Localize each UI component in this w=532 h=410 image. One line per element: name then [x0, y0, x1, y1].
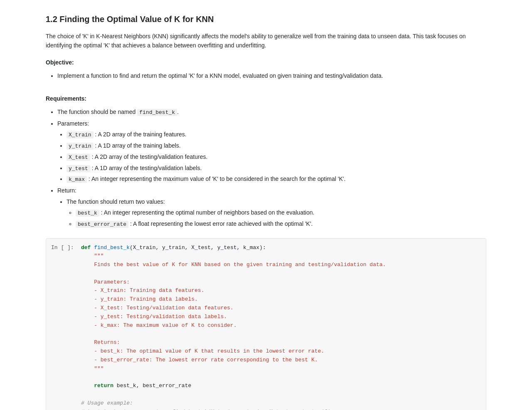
- return-best-error-rate: best_error_rate : A float representing t…: [76, 219, 486, 229]
- code-cell[interactable]: In [ ]: def find_best_k(X_train, y_train…: [46, 238, 486, 410]
- req-parameters: Parameters: X_train : A 2D array of the …: [57, 119, 486, 184]
- objective-list: Implement a function to find and return …: [46, 71, 486, 80]
- code-block[interactable]: def find_best_k(X_train, y_train, X_test…: [79, 239, 486, 410]
- param-x-train: X_train : A 2D array of the training fea…: [66, 130, 486, 140]
- return-list: The function should return two values: b…: [57, 197, 486, 229]
- params-list: X_train : A 2D array of the training fea…: [57, 130, 486, 184]
- param-y-train: y_train : A 1D array of the training lab…: [66, 141, 486, 151]
- requirements-section: Requirements: The function should be nam…: [46, 94, 486, 229]
- page-container: 1.2 Finding the Optimal Value of K for K…: [21, 0, 511, 410]
- return-sub: The function should return two values: b…: [66, 197, 486, 229]
- code-find-best-k: find_best_k: [137, 109, 177, 116]
- section-title: 1.2 Finding the Optimal Value of K for K…: [46, 12, 486, 26]
- req-function-name: The function should be named find_best_k…: [57, 107, 486, 117]
- cell-label: In [ ]:: [46, 239, 79, 252]
- param-k-max: k_max : An integer representing the maxi…: [66, 174, 486, 184]
- return-values-list: best_k : An integer representing the opt…: [66, 208, 486, 229]
- req-return: Return: The function should return two v…: [57, 186, 486, 229]
- section-description: The choice of 'K' in K-Nearest Neighbors…: [46, 32, 486, 50]
- param-x-test: X_test : A 2D array of the testing/valid…: [66, 152, 486, 162]
- objective-section: Objective: Implement a function to find …: [46, 58, 486, 81]
- requirements-list: The function should be named find_best_k…: [46, 107, 486, 229]
- requirements-label: Requirements:: [46, 94, 486, 103]
- objective-label: Objective:: [46, 58, 486, 67]
- param-y-test: y_test : A 1D array of the testing/valid…: [66, 163, 486, 173]
- return-best-k: best_k : An integer representing the opt…: [76, 208, 486, 218]
- objective-item: Implement a function to find and return …: [57, 71, 486, 80]
